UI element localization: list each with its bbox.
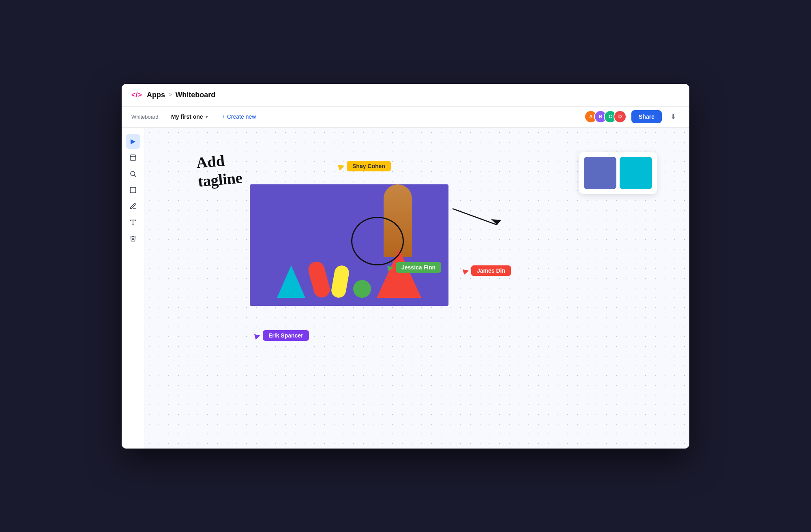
label-jessica-finn: Jessica Finn — [396, 262, 441, 273]
svg-marker-10 — [491, 219, 501, 225]
canvas-area[interactable]: Add tagline — [144, 128, 689, 449]
red-capsule — [307, 260, 332, 299]
svg-rect-4 — [130, 187, 136, 193]
avatar-group: A B C D — [584, 110, 626, 123]
whiteboard-label: Whiteboard: — [131, 114, 160, 120]
swatch-cyan[interactable] — [620, 157, 652, 189]
left-sidebar: ▶ — [122, 128, 144, 449]
whiteboard-image[interactable] — [250, 184, 448, 306]
screen-frame: </> Apps > Whiteboard Whiteboard: My fir… — [122, 84, 689, 449]
tool-delete[interactable] — [126, 231, 140, 246]
toolbar: Whiteboard: My first one ▾ + Create new … — [122, 107, 689, 128]
logo-icon: </> — [131, 91, 142, 99]
breadcrumb-apps[interactable]: Apps — [147, 91, 165, 99]
create-new-button[interactable]: + Create new — [219, 112, 260, 122]
green-ball — [353, 280, 371, 298]
handwritten-text: Add tagline — [195, 150, 243, 190]
tool-text[interactable] — [126, 215, 140, 230]
cursor-arrow-shay: ▶ — [337, 160, 345, 172]
yellow-capsule — [330, 264, 350, 299]
handwritten-line2: tagline — [197, 169, 243, 189]
topbar: </> Apps > Whiteboard — [122, 84, 689, 107]
label-shay-cohen: Shay Cohen — [347, 161, 391, 171]
wb-content: Add tagline — [144, 128, 689, 449]
whiteboard-selector[interactable]: My first one ▾ — [168, 112, 211, 122]
cyan-triangle — [277, 265, 305, 298]
tool-pen[interactable] — [126, 199, 140, 214]
handwritten-line1: Add — [195, 152, 225, 171]
tool-frame[interactable] — [126, 183, 140, 197]
swatch-purple[interactable] — [584, 157, 616, 189]
current-board-name: My first one — [171, 113, 203, 120]
create-new-label: + Create new — [222, 113, 256, 120]
tool-select[interactable]: ▶ — [126, 134, 140, 149]
breadcrumb: Apps > Whiteboard — [147, 91, 215, 99]
cursor-arrow-jessica: ▶ — [387, 262, 394, 272]
svg-point-2 — [131, 171, 135, 176]
cursor-arrow-erik: ▶ — [253, 330, 261, 340]
color-swatches-panel[interactable] — [579, 152, 657, 194]
download-icon[interactable]: ⬇ — [667, 110, 680, 123]
share-button[interactable]: Share — [631, 110, 662, 123]
cursor-jessica: ▶ Jessica Finn — [388, 262, 441, 273]
breadcrumb-current: Whiteboard — [175, 91, 215, 99]
label-erik-spancer: Erik Spancer — [263, 330, 309, 341]
tool-search[interactable] — [126, 167, 140, 181]
cursor-james: ▶ James Din — [463, 265, 511, 276]
cursor-erik: ▶ Erik Spancer — [255, 330, 309, 341]
main-area: ▶ — [122, 128, 689, 449]
red-triangle — [377, 249, 421, 298]
cursor-shay: ▶ Shay Cohen — [338, 161, 391, 171]
avatar-4[interactable]: D — [614, 110, 626, 123]
tool-sticky-note[interactable] — [126, 150, 140, 165]
chevron-down-icon: ▾ — [206, 115, 208, 119]
image-inner — [250, 184, 448, 306]
cursor-arrow-james: ▶ — [462, 265, 470, 276]
label-james-din: James Din — [471, 265, 511, 276]
svg-rect-0 — [130, 155, 136, 160]
svg-line-9 — [453, 209, 497, 225]
toolbar-right: A B C D Share ⬇ — [584, 110, 680, 123]
svg-line-3 — [134, 175, 136, 177]
breadcrumb-separator: > — [168, 91, 172, 98]
shapes-container — [277, 249, 421, 298]
